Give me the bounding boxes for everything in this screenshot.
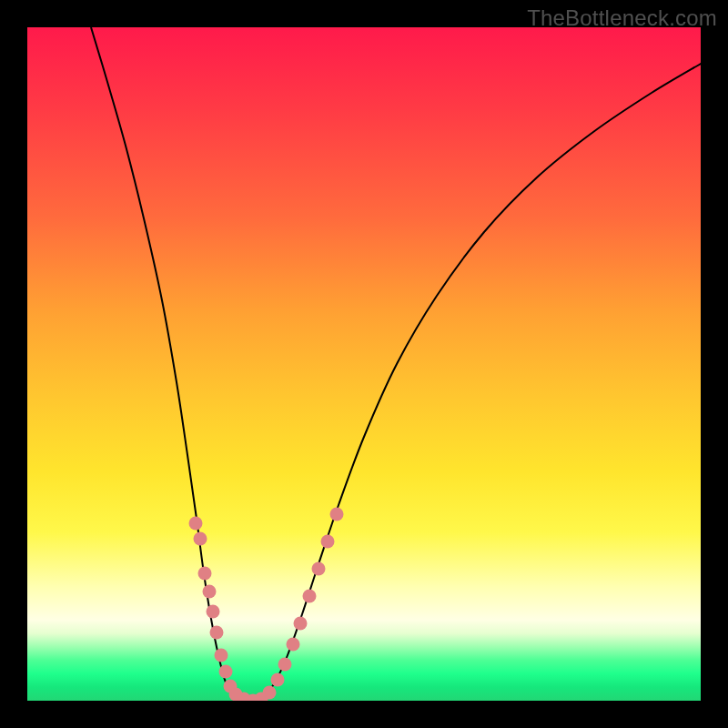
curve-dot (321, 535, 335, 549)
curve-dot (287, 638, 300, 652)
curve-dot (271, 673, 285, 687)
curve-dot (210, 626, 224, 640)
curve-dots-group (189, 508, 344, 702)
curve-dot (215, 649, 228, 662)
bottleneck-curve (91, 27, 701, 701)
curve-dot (312, 562, 326, 576)
curve-dot (198, 567, 212, 581)
curve-dot (203, 585, 217, 599)
watermark-text: TheBottleneck.com (527, 5, 717, 31)
curve-dot (189, 517, 203, 531)
curve-dot (303, 590, 317, 603)
curve-dot (219, 665, 233, 679)
curve-dot (330, 508, 344, 521)
curve-dot (194, 532, 207, 546)
curve-dot (263, 686, 277, 700)
curve-dot (207, 605, 220, 619)
chart-frame: TheBottleneck.com (0, 0, 728, 728)
curve-dot (294, 617, 308, 631)
plot-overlay (27, 27, 701, 701)
curve-dot (278, 658, 292, 672)
